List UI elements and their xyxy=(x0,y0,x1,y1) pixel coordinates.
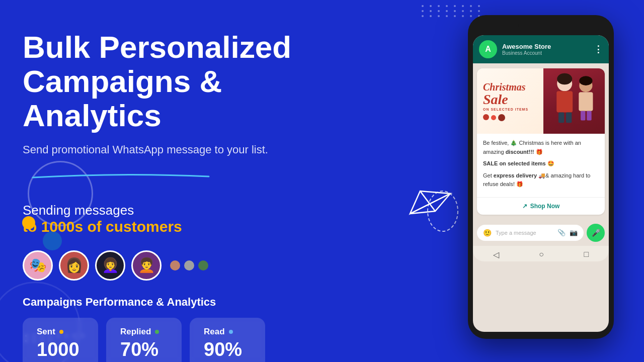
stat-read: Read 90% xyxy=(190,318,265,362)
svg-rect-11 xyxy=(581,111,585,121)
store-name: Awesome Store xyxy=(502,43,589,50)
dashed-ellipse xyxy=(423,186,463,236)
stat-sent-label: Sent xyxy=(37,327,55,337)
stat-replied-value: 70% xyxy=(120,339,168,360)
svg-point-3 xyxy=(428,191,458,231)
recents-icon[interactable]: □ xyxy=(584,250,589,259)
phone-frame: A Awesome Store Business Account ⋮ Chris… xyxy=(468,15,614,339)
sending-section: Sending messages to 1000s of customers xyxy=(23,203,365,235)
sending-highlight: to 1000s of customers xyxy=(23,218,365,235)
stat-read-dot xyxy=(229,330,233,334)
message-delivery-line: Get express delivery 🚚& amazing hard to … xyxy=(483,171,599,189)
message-text: Be festive, 🎄 Christmas is here with an … xyxy=(477,134,605,197)
account-type: Business Account xyxy=(502,50,589,56)
svg-rect-5 xyxy=(556,91,573,112)
stat-replied: Replied 70% xyxy=(106,318,182,362)
avatar-3: 👩‍🦱 xyxy=(95,250,125,281)
sending-label: Sending messages xyxy=(23,203,365,218)
wa-input-area: 🙂 Type a message 📎 📷 🎤 xyxy=(473,220,609,246)
svg-rect-12 xyxy=(587,111,591,121)
store-info: Awesome Store Business Account xyxy=(502,43,589,56)
avatars-row: 🎭 👩 👩‍🦱 🧑‍🦱 xyxy=(23,250,365,281)
stat-sent: Sent 1000 xyxy=(23,318,98,362)
messages-area: Christmas Sale ON SELECTED ITEMS xyxy=(473,63,609,220)
analytics-title: Campaigns Performance & Analytics xyxy=(23,296,365,309)
phone-notch xyxy=(518,22,564,31)
back-icon[interactable]: ◁ xyxy=(493,250,499,259)
svg-point-13 xyxy=(579,76,592,85)
svg-point-8 xyxy=(557,73,572,85)
main-title: Bulk Personalized Campaigns & Analytics xyxy=(23,30,365,133)
underline-decoration xyxy=(23,171,214,180)
stat-read-label: Read xyxy=(204,327,225,337)
attachment-icon: 📎 xyxy=(557,229,566,236)
avatar-1: 🎭 xyxy=(23,250,53,281)
message-line-1: Be festive, 🎄 Christmas is here with an … xyxy=(483,139,599,156)
svg-rect-6 xyxy=(558,113,564,123)
avatar-2: 👩 xyxy=(59,250,89,281)
dot-2 xyxy=(184,260,194,270)
input-placeholder-text: Type a message xyxy=(496,230,553,236)
mic-button[interactable]: 🎤 xyxy=(587,224,605,242)
home-icon[interactable]: ○ xyxy=(539,250,544,259)
svg-rect-7 xyxy=(566,113,572,123)
avatar-4: 🧑‍🦱 xyxy=(131,250,162,281)
message-sale-line: SALE on selected items 🤩 xyxy=(483,159,599,168)
stat-read-value: 90% xyxy=(204,339,251,360)
stat-replied-label: Replied xyxy=(120,327,151,337)
more-customers-dots xyxy=(170,260,208,270)
christmas-label: Christmas xyxy=(483,81,525,93)
sale-label: Sale xyxy=(483,93,508,107)
emoji-icon: 🙂 xyxy=(483,229,492,237)
promo-image: Christmas Sale ON SELECTED ITEMS xyxy=(477,68,605,134)
promo-message-bubble: Christmas Sale ON SELECTED ITEMS xyxy=(477,68,605,215)
stat-replied-dot xyxy=(155,330,159,334)
fashion-photo-collage xyxy=(543,68,605,134)
dot-3 xyxy=(198,260,208,270)
promo-right-panel xyxy=(543,68,605,134)
camera-icon: 📷 xyxy=(570,229,578,236)
menu-icon[interactable]: ⋮ xyxy=(594,44,603,55)
phone-bottom-bar: ◁ ○ □ xyxy=(473,246,609,261)
whatsapp-header: A Awesome Store Business Account ⋮ xyxy=(473,35,609,63)
phone-screen: A Awesome Store Business Account ⋮ Chris… xyxy=(473,35,609,332)
subtitle-text: Send promotional WhatsApp message to you… xyxy=(23,143,365,156)
left-section: Bulk Personalized Campaigns & Analytics … xyxy=(23,30,365,362)
message-input[interactable]: 🙂 Type a message 📎 📷 xyxy=(477,225,584,241)
shop-now-button[interactable]: ↗ Shop Now xyxy=(477,197,605,215)
dot-1 xyxy=(170,260,180,270)
stat-sent-value: 1000 xyxy=(37,339,84,360)
stat-sent-dot xyxy=(59,330,63,334)
promo-left-panel: Christmas Sale ON SELECTED ITEMS xyxy=(477,68,547,134)
store-avatar: A xyxy=(479,40,497,58)
on-selected-label: ON SELECTED ITEMS xyxy=(483,108,528,111)
svg-rect-10 xyxy=(579,92,593,111)
stats-row: Sent 1000 Replied 70% Read 90% xyxy=(23,318,365,362)
phone-mockup: A Awesome Store Business Account ⋮ Chris… xyxy=(468,15,614,339)
